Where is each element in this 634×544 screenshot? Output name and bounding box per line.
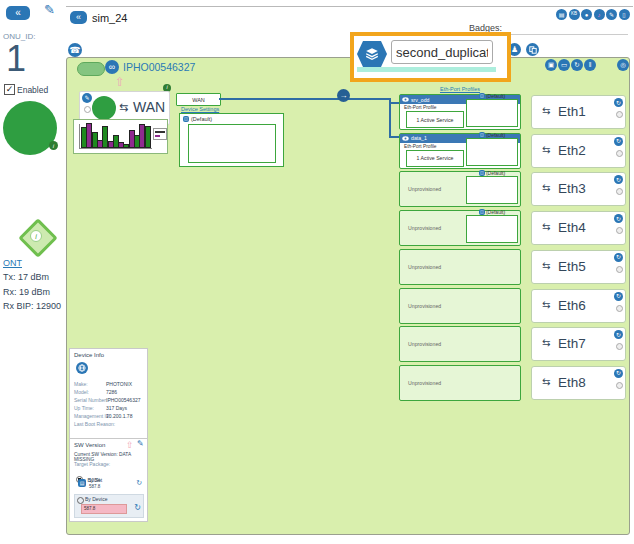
- eth-port-profiles-link[interactable]: Eth-Port Profiles: [399, 86, 521, 92]
- upgrade-arrow-icon[interactable]: ⇧: [126, 440, 134, 450]
- sync-icon[interactable]: ↻: [614, 175, 623, 184]
- upgrade-arrow-icon[interactable]: ⇧: [115, 75, 125, 89]
- layers-icon[interactable]: [357, 41, 387, 67]
- default-label: (Default): [486, 93, 505, 99]
- sync-icon[interactable]: ↻: [614, 214, 623, 223]
- eth-port-card[interactable]: ⇆Eth6↻: [531, 289, 626, 323]
- status-dot: [616, 382, 623, 389]
- sync-icon[interactable]: ↻: [614, 137, 623, 146]
- eth-port-card[interactable]: ⇆Eth5↻: [531, 250, 626, 284]
- unprovisioned-label: Unprovisioned: [408, 250, 441, 284]
- bell-icon[interactable]: ♪: [594, 9, 605, 20]
- status-dot: [616, 150, 623, 157]
- rx-bip-value: Rx BIP: 12900: [3, 301, 61, 311]
- status-dot: [616, 305, 623, 312]
- profile-icon: ◫: [479, 93, 485, 99]
- port-name: Eth3: [558, 181, 586, 196]
- eth-profile-row[interactable]: Unprovisioned: [399, 326, 521, 362]
- refresh-icon[interactable]: ↻: [134, 503, 141, 512]
- enabled-checkbox[interactable]: ✓: [4, 84, 15, 95]
- sim-icon[interactable]: «: [70, 11, 87, 24]
- comment-icon[interactable]: ▤: [556, 9, 567, 20]
- profile-icon: ◫: [479, 170, 485, 176]
- port-name: Eth8: [558, 375, 586, 390]
- refresh-icon[interactable]: ↻: [571, 59, 583, 71]
- badge-name-input[interactable]: [391, 40, 493, 64]
- device-version-input[interactable]: 587.8: [81, 504, 127, 514]
- eth-profile-row[interactable]: srv_oddEth-Port Profile1 Active Service◫…: [399, 94, 521, 130]
- package-icon: ▤: [78, 479, 86, 487]
- phone-icon[interactable]: ▯: [619, 9, 630, 20]
- trash-icon[interactable]: ▭: [558, 59, 570, 71]
- copy-icon[interactable]: [526, 43, 539, 56]
- edit-icon[interactable]: ✎: [137, 439, 144, 448]
- target-package-label: Target Package:: [74, 461, 110, 467]
- port-name: Eth6: [558, 298, 586, 313]
- arrows-icon: ⇆: [542, 144, 550, 155]
- info-icon[interactable]: i: [49, 141, 58, 150]
- eth-profile-row[interactable]: Unprovisioned◫(Default): [399, 210, 521, 246]
- globe-icon[interactable]: [76, 362, 88, 374]
- arrows-icon: ⇆: [542, 337, 550, 348]
- device-field-label: Last Boot Reason:: [74, 421, 115, 427]
- sync-icon[interactable]: ↻: [614, 253, 623, 262]
- droplet-icon[interactable]: ●: [581, 9, 592, 20]
- by-device-radio[interactable]: [77, 497, 84, 504]
- default-label: (Default): [486, 132, 505, 138]
- set-package-item[interactable]: ▤ 100% 587.8 ↻: [78, 478, 142, 492]
- active-service-box[interactable]: 1 Active Service: [406, 150, 464, 167]
- pencil-icon[interactable]: ✎: [606, 9, 617, 20]
- eth-port-card[interactable]: ⇆Eth1↻: [531, 95, 626, 129]
- refresh-icon[interactable]: ↻: [136, 479, 142, 487]
- status-dot: [616, 266, 623, 273]
- default-profile-box[interactable]: [466, 176, 518, 204]
- status-dot: [616, 343, 623, 350]
- arrows-icon: ⇆: [542, 260, 550, 271]
- default-profile-box[interactable]: [466, 138, 518, 166]
- sim-title: sim_24: [92, 12, 127, 24]
- default-profile-box[interactable]: [466, 215, 518, 243]
- eth-profile-row[interactable]: Unprovisioned: [399, 365, 521, 401]
- eth-port-card[interactable]: ⇆Eth4↻: [531, 211, 626, 245]
- arrows-icon: ⇆: [542, 221, 550, 232]
- profile-icon: ◫: [479, 209, 485, 215]
- sync-icon[interactable]: ↻: [614, 369, 623, 378]
- sync-icon[interactable]: ↻: [614, 292, 623, 301]
- port-name: Eth7: [558, 336, 586, 351]
- device-field-label: Serial Number:: [74, 397, 107, 403]
- eth-port-card[interactable]: ⇆Eth3↻: [531, 172, 626, 206]
- pause-icon[interactable]: ‖: [584, 59, 596, 71]
- edit-icon[interactable]: ✎: [44, 2, 55, 17]
- ont-link[interactable]: ONT: [3, 258, 22, 268]
- gear-icon[interactable]: ◎: [617, 59, 629, 71]
- device-field-value: PHOTONIX: [106, 381, 132, 387]
- status-pill[interactable]: [77, 62, 105, 76]
- eth-port-card[interactable]: ⇆Eth7↻: [531, 327, 626, 361]
- default-tag: ◫(Default): [462, 132, 522, 138]
- device-field-label: Model:: [74, 389, 89, 395]
- eth-port-card[interactable]: ⇆Eth8↻: [531, 366, 626, 400]
- enabled-label: Enabled: [17, 85, 48, 95]
- call-icon[interactable]: ☎: [68, 43, 82, 57]
- arrows-icon: ⇆: [542, 182, 550, 193]
- kb-icon[interactable]: KB: [569, 9, 580, 20]
- eth-profile-row[interactable]: Unprovisioned◫(Default): [399, 171, 521, 207]
- active-service-box[interactable]: 1 Active Service: [406, 111, 464, 128]
- link-icon[interactable]: ∞: [105, 60, 119, 74]
- sync-icon[interactable]: ↻: [614, 330, 623, 339]
- camera-icon[interactable]: ▣: [545, 59, 557, 71]
- profile-name: srv_odd: [411, 97, 429, 103]
- default-tag: ◫(Default): [462, 93, 522, 99]
- sync-icon[interactable]: ↻: [614, 98, 623, 107]
- eth-profile-row[interactable]: Unprovisioned: [399, 288, 521, 324]
- status-dot: [616, 188, 623, 195]
- unprovisioned-label: Unprovisioned: [408, 289, 441, 323]
- eth-port-card[interactable]: ⇆Eth2↻: [531, 134, 626, 168]
- tx-value: Tx: 17 dBm: [3, 272, 49, 282]
- eth-profile-row[interactable]: Unprovisioned: [399, 249, 521, 285]
- eth-profile-row[interactable]: data_1Eth-Port Profile1 Active Service◫(…: [399, 133, 521, 169]
- collapse-button[interactable]: «: [6, 6, 30, 20]
- default-label: (Default): [486, 170, 505, 176]
- eth-rows: srv_oddEth-Port Profile1 Active Service◫…: [67, 94, 631, 414]
- default-profile-box[interactable]: [466, 99, 518, 127]
